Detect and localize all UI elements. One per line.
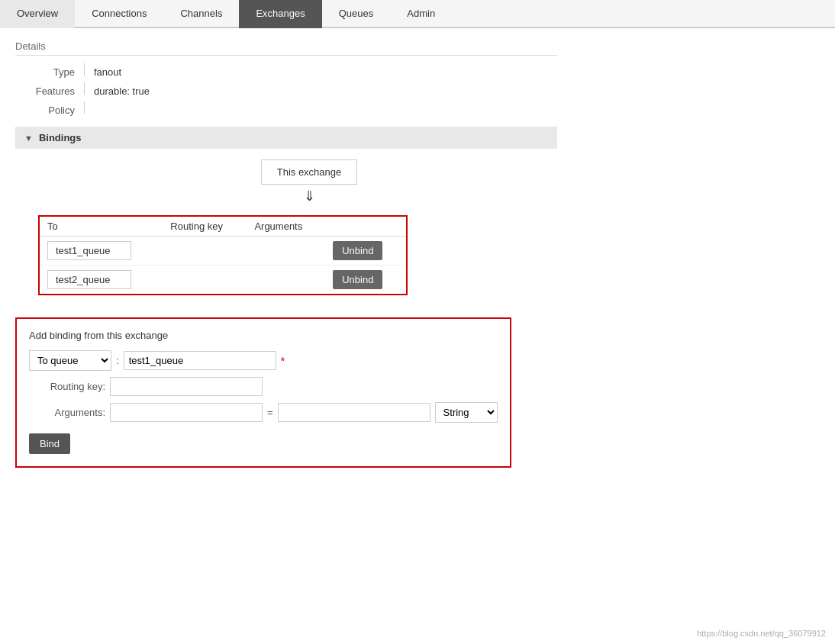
details-value-type: fanout (94, 66, 121, 78)
details-table: Type fanout Features durable: true Polic… (15, 63, 557, 116)
col-action (325, 217, 406, 237)
binding-routing-key-2 (163, 266, 247, 295)
arguments-label: Arguments: (29, 407, 105, 418)
details-sep-type (84, 63, 85, 76)
details-sep-policy (84, 101, 85, 114)
to-queue-row: To queue To exchange : * (29, 350, 498, 371)
routing-key-label: Routing key: (29, 381, 105, 392)
details-label-type: Type (15, 66, 84, 78)
main-content: Details Type fanout Features durable: tr… (0, 28, 572, 475)
binding-action-2: Unbind (325, 266, 406, 295)
navigation: Overview Connections Channels Exchanges … (0, 0, 835, 28)
nav-queues[interactable]: Queues (322, 0, 391, 28)
binding-arguments-2 (247, 266, 325, 295)
down-arrow-icon: ⇓ (304, 188, 315, 204)
routing-key-row: Routing key: (29, 377, 498, 396)
bindings-table-header-row: To Routing key Arguments (40, 217, 406, 237)
binding-action-1: Unbind (325, 237, 406, 266)
binding-to-2: test2_queue (40, 266, 163, 295)
details-label-policy: Policy (15, 105, 84, 116)
required-star: * (281, 355, 285, 367)
details-value-features: durable: true (94, 85, 150, 97)
arguments-value-input[interactable] (278, 403, 430, 422)
arguments-row: Arguments: = String Number Boolean (29, 402, 498, 423)
details-section-title: Details (15, 36, 557, 56)
details-row-features: Features durable: true (15, 82, 557, 97)
queue-name-1: test1_queue (47, 241, 131, 260)
nav-exchanges[interactable]: Exchanges (239, 0, 321, 28)
nav-connections[interactable]: Connections (75, 0, 163, 28)
details-label-features: Features (15, 85, 84, 97)
nav-overview[interactable]: Overview (0, 0, 75, 28)
colon-separator: : (116, 355, 119, 366)
bindings-table-wrapper: To Routing key Arguments test1_queue Unb… (38, 215, 408, 295)
equals-sign: = (267, 407, 273, 418)
nav-admin[interactable]: Admin (390, 0, 452, 28)
unbind-button-2[interactable]: Unbind (333, 270, 382, 289)
col-to: To (40, 217, 163, 237)
nav-channels[interactable]: Channels (163, 0, 239, 28)
add-binding-title: Add binding from this exchange (29, 330, 498, 341)
binding-to-1: test1_queue (40, 237, 163, 266)
arguments-key-input[interactable] (110, 403, 263, 422)
queue-name-2: test2_queue (47, 270, 131, 289)
binding-routing-key-1 (163, 237, 247, 266)
bindings-table: To Routing key Arguments test1_queue Unb… (40, 217, 406, 294)
details-row-type: Type fanout (15, 63, 557, 78)
unbind-button-1[interactable]: Unbind (333, 241, 382, 260)
routing-key-input[interactable] (110, 377, 263, 396)
queue-name-input[interactable] (124, 351, 276, 370)
add-binding-section: Add binding from this exchange To queue … (15, 317, 511, 468)
exchange-flow: This exchange ⇓ (61, 159, 557, 208)
col-routing-key: Routing key (163, 217, 247, 237)
details-row-policy: Policy (15, 101, 557, 116)
binding-arguments-1 (247, 237, 325, 266)
type-select[interactable]: String Number Boolean (435, 402, 498, 423)
exchange-box: This exchange (261, 159, 358, 185)
bind-button[interactable]: Bind (29, 433, 70, 454)
table-row: test2_queue Unbind (40, 266, 406, 295)
bindings-collapse-icon: ▼ (24, 134, 33, 143)
col-arguments: Arguments (247, 217, 325, 237)
table-row: test1_queue Unbind (40, 237, 406, 266)
to-queue-select[interactable]: To queue To exchange (29, 350, 111, 371)
bindings-title: Bindings (39, 132, 82, 143)
details-sep-features (84, 82, 85, 95)
bindings-header[interactable]: ▼ Bindings (15, 127, 557, 149)
